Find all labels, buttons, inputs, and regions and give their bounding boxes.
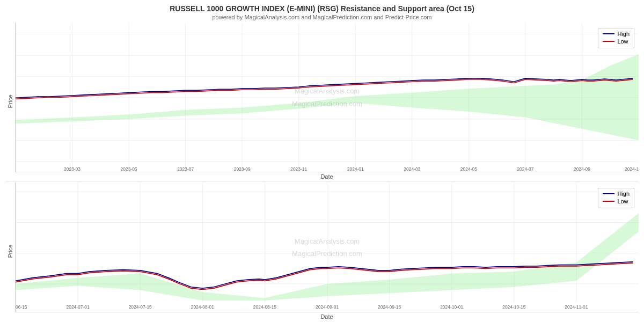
top-chart-legend: High Low — [598, 28, 634, 48]
svg-text:2023-03: 2023-03 — [64, 166, 80, 172]
top-y-axis-label: Price — [5, 23, 15, 180]
main-container: RUSSELL 1000 GROWTH INDEX (E-MINI) (RSG)… — [0, 0, 644, 322]
bottom-legend-item-low: Low — [603, 198, 630, 204]
svg-text:2023-11: 2023-11 — [290, 166, 307, 172]
charts-wrapper: Price — [5, 23, 639, 320]
legend-item-low: Low — [603, 38, 630, 45]
bottom-y-axis-label: Price — [5, 182, 15, 320]
svg-text:2024-10-15: 2024-10-15 — [502, 304, 525, 310]
svg-text:2024-08-15: 2024-08-15 — [253, 304, 276, 310]
svg-text:2024-09-01: 2024-09-01 — [316, 304, 339, 310]
low-legend-label: Low — [617, 38, 628, 45]
svg-text:2024-01: 2024-01 — [347, 166, 364, 172]
svg-text:2024-07: 2024-07 — [517, 166, 533, 172]
high-legend-line — [603, 33, 614, 34]
chart-subtitle: powered by MagicalAnalysis.com and Magic… — [5, 14, 639, 20]
svg-text:2023-09: 2023-09 — [234, 166, 251, 172]
legend-item-high: High — [603, 31, 630, 37]
svg-text:2024-06-15: 2024-06-15 — [16, 304, 27, 310]
svg-text:2024-08-01: 2024-08-01 — [191, 304, 214, 310]
svg-text:2023-07: 2023-07 — [177, 166, 194, 172]
svg-text:2024-09-15: 2024-09-15 — [378, 304, 401, 310]
bottom-chart-legend: High Low — [598, 188, 634, 208]
bottom-chart-area: 5000 4500 4000 3500 2024-06-15 2024-07-0… — [15, 182, 639, 312]
svg-text:2023-05: 2023-05 — [121, 166, 137, 172]
bottom-chart-panel: Price — [5, 182, 639, 320]
bottom-low-legend-label: Low — [617, 198, 628, 204]
low-legend-line — [603, 41, 614, 42]
bottom-x-axis-label: Date — [15, 313, 639, 320]
bottom-legend-item-high: High — [603, 191, 630, 197]
svg-text:2024-05: 2024-05 — [460, 166, 477, 172]
svg-text:2024-10-01: 2024-10-01 — [440, 304, 463, 310]
chart-title: RUSSELL 1000 GROWTH INDEX (E-MINI) (RSG)… — [5, 4, 639, 13]
bottom-high-legend-line — [603, 193, 614, 194]
svg-marker-35 — [16, 54, 639, 141]
chart-divider — [5, 181, 639, 181]
svg-text:2024-07-15: 2024-07-15 — [129, 304, 152, 310]
top-chart-panel: Price — [5, 23, 639, 180]
svg-text:2024-11: 2024-11 — [625, 166, 639, 172]
svg-text:2024-03: 2024-03 — [404, 166, 420, 172]
svg-text:2024-07-01: 2024-07-01 — [67, 304, 90, 310]
bottom-low-legend-line — [603, 201, 614, 202]
svg-text:2024-09: 2024-09 — [574, 166, 590, 172]
top-chart-area: 5000 4000 3000 2000 1000 0 -1000 2023-03… — [15, 23, 639, 172]
high-legend-label: High — [617, 31, 630, 37]
svg-text:2024-11-01: 2024-11-01 — [565, 304, 588, 310]
top-x-axis-label: Date — [15, 173, 639, 180]
bottom-high-legend-label: High — [617, 191, 630, 197]
